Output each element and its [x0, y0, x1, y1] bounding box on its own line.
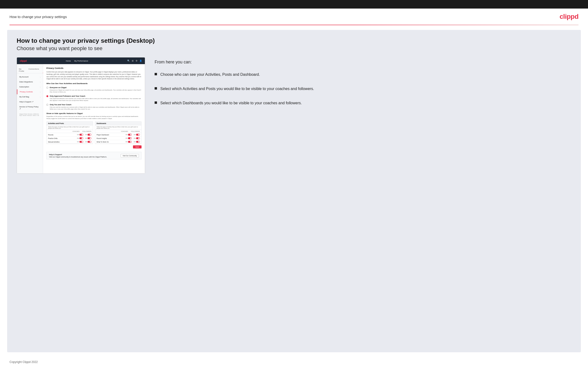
app-version: Clippd Client Version: 2022.8.2SQL Serve… — [17, 111, 43, 118]
main-heading: How to change your privacy settings (Des… — [17, 37, 571, 44]
sidebar-item-service-privacy[interactable]: Service & Privacy Policy ↗ — [17, 104, 43, 111]
radio-everyone[interactable]: Everyone on Clippd Everyone on Clippd ca… — [46, 86, 141, 93]
toggle-pill[interactable] — [128, 141, 132, 143]
radio-desc-approved: Only approved followers and coaches you … — [50, 98, 141, 102]
sidebar-item-subscription[interactable]: Subscription › — [17, 84, 43, 89]
radio-circle-only-you — [46, 104, 48, 106]
toggles-manual: ON ON — [77, 141, 92, 143]
toggle-insights-coaches[interactable]: ON — [126, 137, 132, 139]
app-nav-icons: 🔍 ⊞ ⚙ 👤 — [127, 60, 142, 62]
tab-connections[interactable]: Connections — [28, 67, 40, 73]
privacy-controls-desc: Control how you and your data appears to… — [46, 71, 141, 80]
dashboards-subheader: COACHES FOLLOWERS — [95, 130, 141, 133]
privacy-controls-title: Privacy Controls — [46, 67, 141, 69]
radio-label-only-you: Only You and Your Coach — [50, 104, 141, 106]
toggle-insights-followers[interactable]: ON — [134, 137, 140, 139]
help-section: Help & Support Visit our Clippd communit… — [46, 152, 141, 159]
toggle-pill[interactable] — [79, 141, 83, 143]
row-practice-drills: Practice Drills ON ON — [47, 137, 93, 140]
sidebar-item-data-integrations[interactable]: Data Integrations › — [17, 79, 43, 84]
radio-desc-only-you: Only you and the coaches you connect wit… — [50, 106, 141, 110]
help-desc: Visit our Clippd community to troublesho… — [49, 156, 107, 158]
activities-desc: Select the types of activity that you'd … — [47, 125, 93, 130]
sidebar-label-data-integrations: Data Integrations — [19, 81, 33, 83]
sidebar-label-privacy-controls: Privacy Controls — [20, 91, 33, 93]
row-player-dashboard: Player Dashboard ON ON — [95, 133, 141, 137]
bullet-item-1: Choose who can see your Activities, Post… — [155, 72, 571, 77]
info-column: From here you can: Choose who can see yo… — [155, 57, 571, 115]
toggles-practice: ON ON — [77, 137, 92, 139]
main-content: How to change your privacy settings (Des… — [7, 30, 581, 352]
header-divider — [9, 25, 579, 25]
sidebar-label-service-privacy: Service & Privacy Policy ↗ — [19, 106, 40, 110]
page-header: How to change your privacy settings clip… — [0, 8, 588, 25]
toggle-pill[interactable] — [79, 137, 83, 139]
radio-content-everyone: Everyone on Clippd Everyone on Clippd ca… — [50, 86, 141, 93]
toggle-player-followers[interactable]: ON — [134, 134, 140, 136]
radio-approved-followers[interactable]: Only Approved Followers and Your Coach O… — [46, 95, 141, 102]
toggle-rounds-followers[interactable]: ON — [85, 134, 91, 136]
followers-header: FOLLOWERS — [82, 131, 91, 132]
radio-group-visibility: Everyone on Clippd Everyone on Clippd ca… — [46, 86, 141, 110]
nav-home[interactable]: Home — [66, 60, 71, 62]
toggle-pill[interactable] — [87, 141, 91, 143]
save-row: Save — [46, 144, 141, 150]
chevron-icon: › — [40, 81, 40, 83]
toggle-practice-coaches[interactable]: ON — [77, 137, 83, 139]
toggle-pill[interactable] — [136, 137, 140, 139]
bullet-list: Choose who can see your Activities, Post… — [155, 72, 571, 106]
chevron-icon: › — [40, 91, 40, 93]
toggle-player-coaches[interactable]: ON — [126, 134, 132, 136]
bullet-text-3: Select which Dashboards you would like t… — [160, 100, 302, 106]
toggles-rounds: ON ON — [77, 134, 92, 136]
toggles-round-insights: ON ON — [126, 137, 140, 139]
sidebar-label-help-support: Help & Support ↗ — [19, 101, 34, 103]
toggle-practice-followers[interactable]: ON — [85, 137, 91, 139]
toggle-pill[interactable] — [87, 134, 91, 136]
toggle-manual-coaches[interactable]: ON — [77, 141, 83, 143]
settings-icon[interactable]: ⚙ — [136, 60, 138, 62]
toggle-work-coaches[interactable]: ON — [126, 141, 132, 143]
search-icon[interactable]: 🔍 — [127, 60, 130, 62]
radio-only-you[interactable]: Only You and Your Coach Only you and the… — [46, 104, 141, 110]
app-nav-links: Home My Performance — [66, 60, 88, 62]
grid-icon[interactable]: ⊞ — [132, 60, 134, 62]
bullet-icon-1 — [155, 73, 157, 75]
label-manual-activities: Manual Activities — [48, 141, 77, 143]
bullet-icon-3 — [155, 101, 157, 104]
chevron-icon: › — [40, 96, 40, 98]
toggle-manual-followers[interactable]: ON — [85, 141, 91, 143]
row-round-insights: Round Insights ON ON — [95, 137, 141, 140]
toggle-pill[interactable] — [128, 134, 132, 136]
chevron-icon: › — [40, 76, 40, 78]
toggle-pill[interactable] — [136, 134, 140, 136]
nav-my-performance[interactable]: My Performance — [74, 60, 88, 62]
visit-community-button[interactable]: Visit Our Community — [121, 154, 139, 158]
row-rounds: Rounds ON ON — [47, 133, 93, 137]
sidebar-item-help-support[interactable]: Help & Support ↗ — [17, 99, 43, 104]
sidebar-label-subscription: Subscription — [19, 86, 29, 88]
toggle-work-followers[interactable]: ON — [134, 141, 140, 143]
user-icon[interactable]: 👤 — [139, 60, 142, 62]
app-body: My Profile Connections Settings My Accou… — [17, 64, 145, 173]
toggle-pill[interactable] — [79, 134, 83, 136]
who-can-see-title: Who Can See Your Activities and Dashboar… — [46, 83, 141, 84]
from-here-label: From here you can: — [155, 60, 571, 65]
save-button[interactable]: Save — [133, 145, 141, 149]
bullet-text-1: Choose who can see your Activities, Post… — [160, 72, 260, 77]
activities-posts-table: Activities and Posts Select the types of… — [46, 121, 93, 144]
show-hide-desc: Regardless of the privacy controls that … — [46, 116, 141, 119]
sidebar-item-my-golf-bag[interactable]: My Golf Bag › — [17, 94, 43, 99]
activities-subheader: COACHES FOLLOWERS — [47, 130, 93, 133]
activities-header: Activities and Posts — [47, 122, 93, 125]
toggle-rounds-coaches[interactable]: ON — [77, 134, 83, 136]
sidebar-item-privacy-controls[interactable]: Privacy Controls › — [17, 89, 43, 94]
dashboards-desc: Select the types of activity that you'd … — [95, 125, 141, 130]
tab-my-profile[interactable]: My Profile — [18, 67, 25, 73]
app-sidebar: My Profile Connections Settings My Accou… — [17, 64, 43, 173]
toggle-pill[interactable] — [87, 137, 91, 139]
dashboards-table: Dashboards Select the types of activity … — [95, 121, 141, 144]
sidebar-item-my-account[interactable]: My Account › — [17, 74, 43, 79]
toggle-pill[interactable] — [128, 137, 132, 139]
toggle-pill[interactable] — [136, 141, 140, 143]
